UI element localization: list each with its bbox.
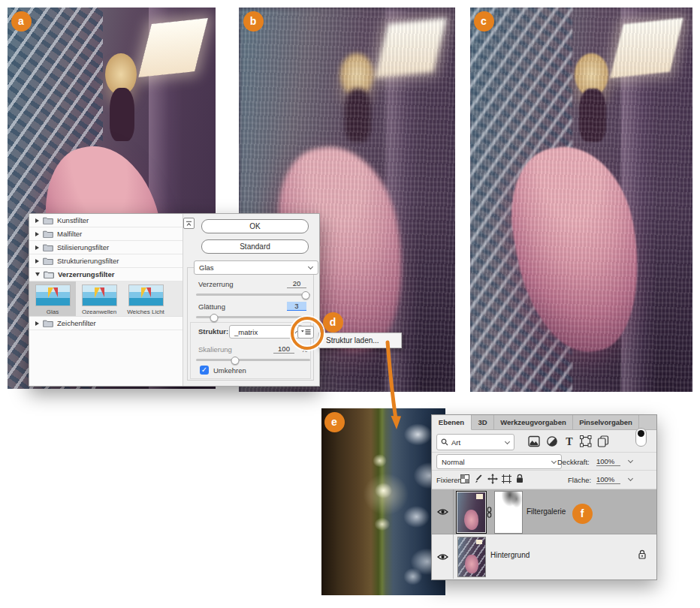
filter-thumb-label: Weiches Licht <box>127 309 164 315</box>
tab-ebenen[interactable]: Ebenen <box>432 415 472 430</box>
filter-pixel-layers-icon[interactable] <box>528 435 540 447</box>
lock-all-icon[interactable] <box>515 474 524 483</box>
folder-open-icon <box>44 270 54 278</box>
blend-mode-select[interactable]: Normal <box>436 454 562 469</box>
filter-folder-malfilter[interactable]: Malfilter <box>29 227 183 241</box>
eye-icon[interactable] <box>437 553 448 561</box>
glaettung-slider[interactable] <box>196 314 310 320</box>
layer-filtering-toggle[interactable] <box>635 428 647 447</box>
background-lock-icon[interactable] <box>638 549 647 559</box>
label-badge-d: d <box>323 312 343 333</box>
layer-thumbnail[interactable] <box>457 537 486 577</box>
lock-transparency-icon[interactable] <box>460 474 469 483</box>
struktur-select-value: _matrix <box>234 328 258 336</box>
label-badge-c: c <box>474 11 494 32</box>
collapsed-triangle-icon[interactable] <box>35 232 39 236</box>
lock-pixels-brush-icon[interactable] <box>474 474 483 483</box>
filter-folder-verzerrungsfilter[interactable]: Verzerrungsfilter <box>29 268 183 281</box>
layer-row-filtergalerie[interactable]: Filtergalerie <box>432 489 656 534</box>
layer-row-hintergrund[interactable]: Hintergrund <box>432 534 656 579</box>
filter-adjustment-layers-icon[interactable] <box>546 435 558 447</box>
skalierung-value[interactable]: 100 <box>273 345 294 354</box>
folder-icon <box>43 230 53 238</box>
visibility-cell[interactable] <box>432 534 454 579</box>
layer-thumbnail[interactable] <box>456 491 487 534</box>
collapsed-triangle-icon[interactable] <box>35 218 39 223</box>
slider-thumb[interactable] <box>301 291 309 299</box>
menu-item-struktur-laden[interactable]: Struktur laden... <box>326 336 379 345</box>
tutorial-figure: Kunstfilter Malfilter Stilisierungsfilte… <box>0 0 700 608</box>
filter-thumb-glas[interactable]: Glas <box>29 281 76 316</box>
layer-name[interactable]: Hintergrund <box>490 551 530 559</box>
fixieren-label: Fixieren: <box>436 476 463 484</box>
layer-name[interactable]: Filtergalerie <box>527 507 566 516</box>
tab-3d[interactable]: 3D <box>472 415 494 429</box>
chevron-down-icon <box>505 440 510 445</box>
visibility-cell[interactable] <box>432 489 454 534</box>
folder-label: Kunstfilter <box>57 216 89 224</box>
lock-artboard-icon[interactable] <box>502 474 511 483</box>
deckkraft-label: Deckkraft: <box>557 458 590 466</box>
weiches-licht-preview-image <box>128 284 164 306</box>
collapsed-triangle-icon[interactable] <box>35 245 39 250</box>
slider-thumb[interactable] <box>231 357 239 365</box>
struktur-label: Struktur: <box>198 327 228 336</box>
tab-werkzeugvorgaben[interactable]: Werkzeugvorgaben <box>494 415 573 429</box>
flaeche-value[interactable]: 100% <box>596 475 620 484</box>
tab-pinselvorgaben[interactable]: Pinselvorgaben <box>573 415 639 429</box>
filter-shape-layers-icon[interactable] <box>580 435 592 447</box>
sailboat-art <box>48 287 53 298</box>
slider-thumb[interactable] <box>210 314 219 322</box>
layer-mask-thumbnail[interactable] <box>494 491 523 534</box>
layer-filter-search[interactable]: Art <box>436 434 514 450</box>
glaettung-value[interactable]: 3 <box>287 302 306 311</box>
photo-glass-matrix <box>470 8 692 392</box>
chevron-down-icon[interactable] <box>628 459 633 464</box>
umkehren-label: Umkehren <box>213 366 246 375</box>
standard-button[interactable]: Standard <box>201 239 309 254</box>
eye-icon[interactable] <box>437 508 448 516</box>
effect-select[interactable]: Glas <box>194 260 318 275</box>
folder-label: Verzerrungsfilter <box>58 270 115 278</box>
filter-gallery-dialog: Kunstfilter Malfilter Stilisierungsfilte… <box>29 213 320 387</box>
model-torso <box>110 88 134 141</box>
folder-icon <box>43 257 53 265</box>
filter-thumb-ozeanwellen[interactable]: Ozeanwellen <box>76 281 122 316</box>
collapsed-triangle-icon[interactable] <box>35 321 39 326</box>
folder-label: Malfilter <box>57 230 82 238</box>
umkehren-checkbox[interactable]: ✓ <box>200 366 209 375</box>
verzerrung-label: Verzerrung <box>198 280 233 288</box>
sailboat-art <box>100 287 104 297</box>
verzerrung-slider[interactable] <box>196 291 310 297</box>
filter-folder-kunstfilter[interactable]: Kunstfilter <box>29 214 183 227</box>
sailboat-art <box>146 287 151 297</box>
filter-folder-zeichenfilter[interactable]: Zeichenfilter <box>29 317 183 330</box>
chevron-down-icon <box>551 459 557 465</box>
panel-tab-bar: Ebenen 3D Werkzeugvorgaben Pinselvorgabe… <box>432 415 656 430</box>
deckkraft-value[interactable]: 100% <box>596 457 620 466</box>
filter-smart-object-icon[interactable] <box>597 435 609 447</box>
effect-select-value: Glas <box>199 263 214 272</box>
expanded-triangle-icon[interactable] <box>35 272 40 276</box>
folder-label: Stilisierungsfilter <box>57 243 109 251</box>
chevron-down-icon[interactable] <box>628 477 633 482</box>
ozeanwellen-preview-image <box>82 284 117 306</box>
lock-position-move-icon[interactable] <box>487 474 498 484</box>
verzerrung-value[interactable]: 20 <box>287 279 306 288</box>
svg-text:T: T <box>566 436 573 447</box>
glaettung-label: Glättung <box>198 302 225 311</box>
mask-link-chain-icon[interactable] <box>486 507 493 518</box>
filter-thumb-weiches-licht[interactable]: Weiches Licht <box>122 281 169 316</box>
ok-button[interactable]: OK <box>201 219 309 233</box>
slider-track <box>196 293 310 296</box>
filter-thumb-label: Glas <box>47 309 59 315</box>
filter-type-layers-icon[interactable]: T <box>563 435 575 447</box>
collapse-chevrons-icon <box>186 220 192 227</box>
collapsed-triangle-icon[interactable] <box>35 259 39 263</box>
folder-label: Strukturierungsfilter <box>57 257 119 265</box>
filter-folder-stilisierungsfilter[interactable]: Stilisierungsfilter <box>29 241 183 254</box>
collapse-panel-button[interactable] <box>183 218 195 229</box>
glas-preview-image <box>35 284 71 306</box>
skalierung-slider[interactable] <box>196 357 310 363</box>
filter-folder-strukturierungsfilter[interactable]: Strukturierungsfilter <box>29 254 183 268</box>
